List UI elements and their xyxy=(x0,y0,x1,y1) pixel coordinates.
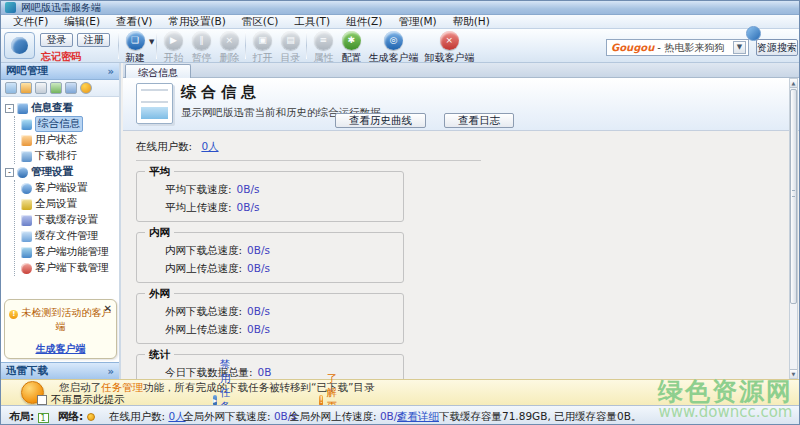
new-task-button[interactable]: ❏ 新建 xyxy=(121,29,149,65)
management-tree: - 信息查看 综合信息 用户状态 下载排行 xyxy=(1,97,119,276)
manage-settings-icon xyxy=(17,167,28,178)
panel-icon-4[interactable] xyxy=(50,82,62,94)
menu-manage[interactable]: 管理(M) xyxy=(390,15,444,28)
scroll-down-icon[interactable]: ▼ xyxy=(790,369,797,378)
menu-edit[interactable]: 编辑(E) xyxy=(56,15,108,28)
learn-more-icon: ! xyxy=(319,395,323,406)
notice-text: 未检测到活动的客户端 xyxy=(22,307,112,332)
vertical-scrollbar[interactable]: ▲ ▼ xyxy=(789,78,798,379)
toolbar: 登录 注册 忘记密码 ❏ 新建 ▼ ▶ 开始 ∥ 暂停 × 删除 ▣ 打开 xyxy=(1,29,800,63)
login-button[interactable]: 登录 xyxy=(40,33,73,47)
start-icon: ▶ xyxy=(164,31,183,50)
pause-button[interactable]: ∥ 暂停 xyxy=(187,29,215,62)
tree-item-user-status[interactable]: 用户状态 xyxy=(21,132,119,148)
search-combobox[interactable]: Gougou - 热电影来狗狗 ▼ xyxy=(606,39,749,56)
menu-leiqu[interactable]: 雷区(C) xyxy=(234,15,287,28)
cache-capacity-text: 下载缓存容量71.89GB, 已用缓存容量0B。 xyxy=(439,410,641,424)
tree-item-cache-settings[interactable]: 下载缓存设置 xyxy=(21,212,119,228)
title-bar: 网吧版迅雷服务端 xyxy=(1,1,800,15)
sidebar-header[interactable]: 网吧管理 » xyxy=(1,63,119,80)
menu-components[interactable]: 组件(Z) xyxy=(338,15,390,28)
menu-common-settings[interactable]: 常用设置(B) xyxy=(160,15,233,28)
client-downloads-icon xyxy=(21,263,32,274)
tree-item-summary-info[interactable]: 综合信息 xyxy=(21,116,119,132)
panel-icon-3[interactable] xyxy=(35,82,47,94)
divider xyxy=(136,160,481,161)
open-button[interactable]: ▣ 打开 xyxy=(248,29,276,62)
start-button[interactable]: ▶ 开始 xyxy=(159,29,187,62)
main-panel: 综合信息 综合信息 显示网吧版迅雷当前和历史的综合运行数据。 查看历史曲线 查看… xyxy=(123,63,800,379)
new-task-icon: ❏ xyxy=(126,31,145,50)
collapse-chevron-icon[interactable]: » xyxy=(108,66,114,77)
generate-client-button[interactable]: ◎ 生成客户端 xyxy=(365,29,421,62)
tree-item-global-settings[interactable]: 全局设置 xyxy=(21,196,119,212)
view-history-curve-button[interactable]: 查看历史曲线 xyxy=(335,113,426,128)
panel-icon-2[interactable] xyxy=(20,82,32,94)
config-button[interactable]: ✱ 配置 xyxy=(337,29,365,62)
xunlei-logo-icon xyxy=(11,37,28,54)
new-task-dropdown-icon[interactable]: ▼ xyxy=(149,38,154,46)
scroll-up-icon[interactable]: ▲ xyxy=(790,79,797,88)
delete-icon: × xyxy=(220,31,239,50)
download-rank-icon xyxy=(21,151,32,162)
scrollbar-thumb[interactable] xyxy=(790,89,797,304)
tree-group-info[interactable]: - 信息查看 xyxy=(5,100,119,116)
gougou-logo: Gougou xyxy=(611,42,654,53)
uninstall-client-button[interactable]: × 卸载客户端 xyxy=(421,29,477,62)
menu-file[interactable]: 文件(F) xyxy=(5,15,56,28)
view-detail-link[interactable]: 查看详细 xyxy=(397,410,439,424)
layout-icon: 1 xyxy=(38,413,49,423)
expander-icon[interactable]: - xyxy=(5,168,14,177)
no-client-notice: ✕ ! 未检测到活动的客户端 生成客户端 查看安装帮助 xyxy=(4,299,117,359)
close-icon[interactable]: ✕ xyxy=(104,303,112,314)
register-button[interactable]: 注册 xyxy=(77,33,110,47)
user-status-icon xyxy=(21,135,32,146)
toolbar-separator xyxy=(245,32,246,59)
view-log-button[interactable]: 查看日志 xyxy=(444,113,514,128)
properties-button[interactable]: ≡ 属性 xyxy=(309,29,337,62)
menu-view[interactable]: 查看(V) xyxy=(108,15,160,28)
panel-icon-1[interactable] xyxy=(5,82,17,94)
tree-children: 综合信息 用户状态 下载排行 xyxy=(14,116,119,164)
properties-icon: ≡ xyxy=(314,31,333,50)
open-icon: ▣ xyxy=(253,31,272,50)
xunlei-logo-button[interactable] xyxy=(4,32,35,59)
expander-icon[interactable]: - xyxy=(5,104,14,113)
online-users-link[interactable]: 0人 xyxy=(201,140,218,152)
page-title: 综合信息 xyxy=(181,83,261,102)
tree-item-cache-files[interactable]: 缓存文件管理 xyxy=(21,228,119,244)
tree-item-client-functions[interactable]: 客户端功能管理 xyxy=(21,244,119,260)
cache-settings-icon xyxy=(21,215,32,226)
search-dropdown-icon[interactable]: ▼ xyxy=(733,41,746,54)
delete-button[interactable]: × 删除 xyxy=(215,29,243,62)
window-title: 网吧版迅雷服务端 xyxy=(21,1,101,15)
search-zone: Gougou - 热电影来狗狗 ▼ 资源搜索 xyxy=(601,29,800,63)
tree-item-client-downloads[interactable]: 客户端下载管理 xyxy=(21,260,119,276)
toolbar-separator xyxy=(118,32,119,59)
layout-status[interactable]: 布局: 1 xyxy=(9,410,49,424)
dont-show-checkbox[interactable] xyxy=(37,395,47,405)
cache-files-icon xyxy=(21,231,32,242)
generate-client-link[interactable]: 生成客户端 xyxy=(5,342,116,356)
summary-info-icon xyxy=(21,119,32,130)
app-icon xyxy=(5,2,16,13)
menu-help[interactable]: 帮助(H) xyxy=(445,15,498,28)
tree-item-client-settings[interactable]: 客户端设置 xyxy=(21,180,119,196)
panel-icon-5[interactable] xyxy=(65,82,77,94)
menu-tools[interactable]: 工具(T) xyxy=(286,15,338,28)
global-settings-icon xyxy=(21,199,32,210)
directory-button[interactable]: ▤ 目录 xyxy=(276,29,304,62)
resource-search-button[interactable]: 资源搜索 xyxy=(756,39,798,56)
expand-chevron-icon[interactable]: » xyxy=(108,366,114,377)
client-settings-icon xyxy=(21,183,32,194)
network-status[interactable]: 网络: xyxy=(58,410,95,424)
document-icon xyxy=(136,83,173,124)
stats-group-statistics: 统计 今日下载数据总量:0B 今日外网下载数据总量:0B 今日上传数据总量:0B xyxy=(136,354,404,379)
tree-group-settings[interactable]: - 管理设置 xyxy=(5,164,119,180)
panel-icon-6[interactable] xyxy=(80,82,92,94)
task-manage-notification: 您启动了任务管理功能，所有完成的下载任务被转移到“已下载”目录 不再显示此提示 … xyxy=(1,379,800,405)
thunder-download-bar[interactable]: 迅雷下载 » xyxy=(1,362,119,379)
tab-strip: 综合信息 xyxy=(123,63,800,78)
forgot-password-link[interactable]: 忘记密码 xyxy=(41,50,81,64)
tree-item-download-rank[interactable]: 下载排行 xyxy=(21,148,119,164)
